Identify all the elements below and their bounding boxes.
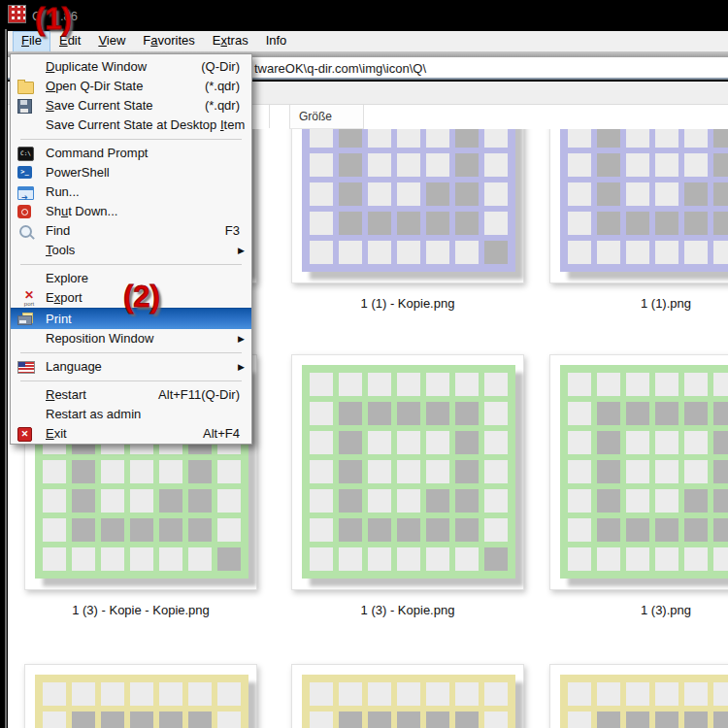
q-grid-cell bbox=[597, 241, 620, 264]
q-grid-cell bbox=[597, 518, 620, 542]
q-grid-cell bbox=[713, 682, 728, 706]
q-grid-cell bbox=[655, 153, 678, 177]
menu-item-run[interactable]: Run... bbox=[11, 182, 251, 202]
file-name-label[interactable]: 1 (3) - Kopie - Kopie.png bbox=[24, 603, 257, 617]
menu-item-restart[interactable]: RestartAlt+F11(Q-Dir) bbox=[11, 385, 251, 405]
title-bar: Q .86 bbox=[0, 0, 728, 29]
q-grid-cell bbox=[484, 489, 508, 513]
q-grid-cell bbox=[484, 212, 508, 235]
q-grid-cell bbox=[72, 547, 95, 571]
q-grid-cell bbox=[43, 682, 66, 706]
png-thumbnail-q-grid bbox=[560, 129, 728, 272]
menu-bar: FileEditViewFavoritesExtrasInfo bbox=[8, 31, 728, 51]
q-grid-cell bbox=[426, 402, 449, 425]
folder-icon bbox=[17, 78, 41, 95]
q-grid-cell bbox=[597, 431, 620, 454]
q-grid-cell bbox=[684, 182, 708, 206]
q-grid-cell bbox=[455, 711, 479, 728]
q-grid-cell bbox=[159, 489, 182, 513]
q-grid-cell bbox=[339, 489, 362, 513]
menu-item-restart-as-admin[interactable]: Restart as admin bbox=[11, 405, 251, 424]
menu-item-open-q-dir-state[interactable]: Open Q-Dir State(*.qdr) bbox=[11, 77, 251, 96]
menu-item-exit[interactable]: ✕ExitAlt+F4 bbox=[11, 424, 251, 444]
q-grid-cell bbox=[426, 460, 449, 483]
q-grid-cell bbox=[426, 241, 449, 264]
menu-item-reposition-window[interactable]: Reposition Window▶ bbox=[11, 329, 251, 348]
find-icon bbox=[17, 222, 41, 240]
q-grid-cell bbox=[368, 182, 391, 206]
q-grid-cell bbox=[684, 241, 708, 264]
file-thumbnail-card[interactable] bbox=[549, 129, 728, 283]
q-grid-cell bbox=[368, 489, 391, 513]
q-grid-cell bbox=[188, 489, 212, 513]
size-column-header[interactable]: Größe bbox=[289, 105, 364, 129]
q-grid-cell bbox=[626, 402, 649, 425]
q-grid-cell bbox=[568, 153, 591, 177]
menubar-item-view[interactable]: View bbox=[89, 31, 134, 51]
q-grid-cell bbox=[655, 460, 678, 483]
q-grid-cell bbox=[626, 129, 649, 148]
q-grid-cell bbox=[159, 460, 182, 483]
menu-item-save-current-state[interactable]: Save Current State(*.qdr) bbox=[11, 96, 251, 116]
file-thumbnail-card[interactable] bbox=[291, 129, 524, 283]
q-grid-cell bbox=[626, 518, 649, 542]
q-grid-cell bbox=[713, 402, 728, 425]
file-name-label[interactable]: 1 (1).png bbox=[549, 296, 728, 311]
q-grid-cell bbox=[597, 129, 620, 148]
menu-item-powershell[interactable]: >_PowerShell bbox=[11, 163, 251, 182]
address-path[interactable]: twareOK\q-dir.com\img\icon\Q\ bbox=[254, 61, 426, 76]
q-grid-cell bbox=[310, 153, 333, 177]
menu-item-label: Restart as admin bbox=[46, 407, 141, 421]
q-grid-cell bbox=[484, 547, 508, 571]
q-grid-cell bbox=[713, 129, 728, 148]
q-grid-cell bbox=[368, 431, 391, 454]
q-grid-cell bbox=[568, 373, 591, 396]
q-grid-cell bbox=[310, 182, 333, 206]
menu-item-tools[interactable]: Tools▶ bbox=[11, 241, 251, 260]
menubar-item-info[interactable]: Info bbox=[257, 31, 296, 51]
q-grid-cell bbox=[310, 431, 333, 454]
q-grid-cell bbox=[597, 682, 620, 706]
menu-item-shut-down[interactable]: Shut Down... bbox=[11, 202, 251, 221]
q-grid-cell bbox=[339, 182, 362, 206]
q-grid-cell bbox=[310, 460, 333, 483]
menu-item-find[interactable]: FindF3 bbox=[11, 221, 251, 241]
menu-item-duplicate-window[interactable]: Duplicate Window(Q-Dir) bbox=[11, 57, 251, 77]
q-grid-cell bbox=[188, 460, 212, 483]
q-grid-cell bbox=[368, 129, 391, 148]
q-grid-cell bbox=[426, 212, 449, 235]
menu-item-save-current-state-at-desktop-item[interactable]: Save Current State at Desktop Item bbox=[11, 116, 251, 135]
file-thumbnail-card[interactable] bbox=[291, 354, 524, 590]
q-grid-cell bbox=[310, 518, 333, 542]
file-thumbnail-card[interactable] bbox=[549, 354, 728, 590]
file-name-label[interactable]: 1 (3) - Kopie.png bbox=[291, 603, 524, 617]
q-grid-cell bbox=[397, 547, 420, 571]
file-name-label[interactable]: 1 (3).png bbox=[549, 603, 728, 617]
q-grid-cell bbox=[43, 518, 66, 542]
q-grid-cell bbox=[655, 241, 678, 264]
file-name-label[interactable]: 1 (1) - Kopie.png bbox=[291, 296, 524, 311]
q-grid-cell bbox=[455, 518, 479, 542]
q-grid-cell bbox=[397, 711, 420, 728]
menu-item-label: Command Prompt bbox=[46, 146, 148, 160]
q-grid-cell bbox=[684, 129, 708, 148]
column-divider bbox=[269, 105, 270, 128]
q-grid-cell bbox=[426, 489, 449, 513]
q-grid-cell bbox=[655, 518, 678, 542]
q-grid-cell bbox=[426, 373, 449, 396]
menubar-item-extras[interactable]: Extras bbox=[204, 31, 257, 51]
file-thumbnail-card[interactable] bbox=[291, 664, 524, 728]
menu-item-language[interactable]: Language▶ bbox=[11, 357, 251, 377]
q-grid-cell bbox=[159, 547, 182, 571]
q-grid-cell bbox=[455, 182, 479, 206]
q-grid-cell bbox=[159, 518, 182, 542]
q-grid-cell bbox=[368, 153, 391, 177]
q-grid-cell bbox=[217, 547, 241, 571]
menu-item-command-prompt[interactable]: C:\Command Prompt bbox=[11, 144, 251, 163]
q-grid-cell bbox=[455, 431, 479, 454]
submenu-arrow-icon: ▶ bbox=[238, 357, 245, 377]
file-thumbnail-card[interactable] bbox=[24, 664, 257, 728]
menubar-item-favorites[interactable]: Favorites bbox=[134, 31, 203, 51]
q-grid-cell bbox=[626, 711, 649, 728]
file-thumbnail-card[interactable] bbox=[549, 664, 728, 728]
